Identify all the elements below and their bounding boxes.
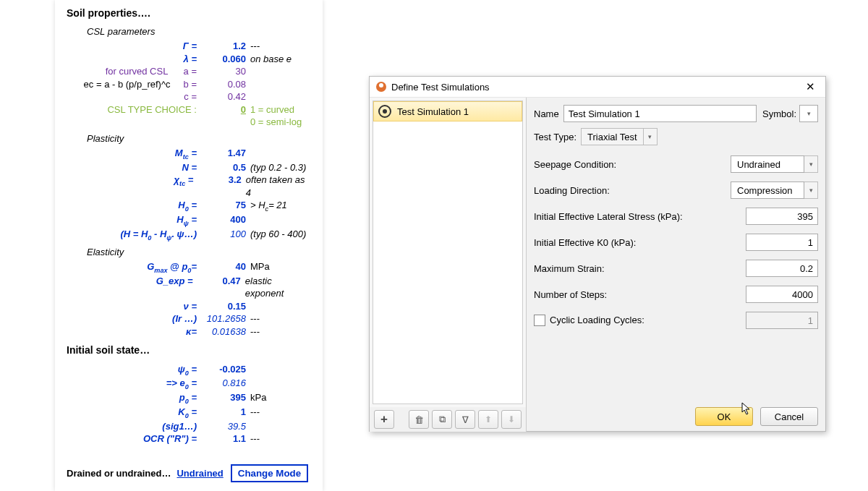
move-up-button[interactable]: ⬆: [478, 410, 498, 429]
filter-icon: ∇: [462, 414, 469, 425]
lambda-extra: on base e: [250, 53, 292, 66]
testtype-dropdown[interactable]: ▾: [644, 128, 658, 145]
psi0-label: ψ0 =: [67, 363, 201, 377]
hy-value: 400: [201, 213, 250, 226]
n-value: 0.5: [201, 161, 250, 174]
gamma-label: Γ =: [67, 40, 201, 53]
hy-label: Hψ =: [67, 213, 201, 228]
ir-extra: ---: [250, 312, 260, 325]
chevron-down-icon: ▾: [807, 110, 811, 117]
kappa-value: 0.01638: [201, 325, 250, 338]
name-input[interactable]: [563, 105, 757, 122]
maxstrain-input[interactable]: [746, 260, 818, 277]
k0-label: K0 =: [67, 406, 201, 420]
testtype-label: Test Type:: [534, 132, 576, 142]
dialog-titlebar[interactable]: Define Test Simulations ✕: [370, 77, 825, 98]
chevron-down-icon: ▾: [809, 161, 813, 168]
gexp-extra: elastic exponent: [245, 275, 311, 300]
a-label: a =: [184, 66, 197, 77]
section-state: Initial soil state…: [67, 344, 311, 356]
symbol-label: Symbol:: [762, 108, 796, 119]
gamma-value: 1.2: [201, 40, 250, 53]
cyclic-input: [746, 312, 818, 329]
drainage-value-link[interactable]: Undrained: [176, 468, 223, 479]
chi-label: χtc =: [67, 174, 197, 188]
c-value: 0.42: [201, 90, 250, 103]
name-label: Name: [534, 108, 559, 119]
gexp-value: 0.47: [197, 275, 245, 288]
kappa-extra: ---: [250, 325, 260, 338]
curved-note: for curved CSL: [106, 66, 168, 77]
chi-extra: often taken as 4: [246, 174, 311, 199]
ok-button[interactable]: OK: [695, 407, 753, 426]
a-value: 30: [201, 65, 250, 78]
loaddir-select[interactable]: Compression▾: [731, 182, 818, 199]
k0-extra: ---: [250, 406, 260, 419]
app-icon: [375, 81, 387, 93]
h0-extra: > Hc= 21: [250, 199, 287, 213]
simulation-form: Name Symbol: ▾ Test Type: Triaxial Test …: [527, 98, 825, 432]
cyclic-label: Cyclic Loading Cycles:: [534, 315, 746, 327]
section-plasticity: Plasticity: [87, 133, 311, 144]
h0-label: H0 =: [67, 199, 201, 213]
psi0-value: -0.025: [201, 363, 250, 376]
e0-value: 0.816: [201, 377, 250, 390]
simulation-list-panel: Test Simulation 1 + 🗑 ⧉ ∇ ⬆ ⬇: [370, 98, 527, 432]
sig1-value: 39.5: [201, 420, 250, 433]
list-item-label: Test Simulation 1: [397, 106, 469, 117]
cyclic-checkbox[interactable]: [534, 315, 545, 326]
mtc-value: 1.47: [201, 147, 250, 160]
chi-value: 3.2: [197, 174, 245, 187]
maxstrain-label: Maximum Strain:: [534, 263, 746, 274]
cancel-button[interactable]: Cancel: [760, 407, 818, 426]
section-csl: CSL parameters: [87, 26, 311, 37]
list-toolbar: + 🗑 ⧉ ∇ ⬆ ⬇: [370, 407, 526, 432]
h-note-label: (H = H0 - Hψ. ψ…): [67, 228, 201, 242]
filter-button[interactable]: ∇: [455, 410, 475, 429]
symbol-select[interactable]: ▾: [799, 105, 818, 122]
b-label: b =: [184, 79, 197, 90]
add-button[interactable]: +: [374, 410, 394, 429]
csl-type-label: CSL TYPE CHOICE :: [67, 103, 201, 116]
lateral-label: Initial Effective Lateral Stress (kPa):: [534, 211, 746, 222]
move-down-button[interactable]: ⬇: [501, 410, 522, 429]
ocr-extra: ---: [250, 432, 260, 445]
sig1-label: (sig1…): [67, 420, 201, 433]
k0-label: Initial Effective K0 (kPa):: [534, 237, 746, 248]
seepage-select[interactable]: Undrained▾: [731, 155, 818, 173]
steps-input[interactable]: [746, 286, 818, 303]
svg-point-1: [379, 83, 383, 87]
nu-label: ν =: [67, 300, 201, 313]
mtc-label: Mtc =: [67, 147, 201, 161]
radio-selected-icon[interactable]: [378, 105, 391, 118]
chevron-down-icon: ▾: [648, 133, 652, 140]
change-mode-button[interactable]: Change Mode: [231, 464, 308, 482]
lateral-input[interactable]: [746, 208, 818, 225]
k0-input[interactable]: [746, 234, 818, 251]
define-test-simulations-dialog: Define Test Simulations ✕ Test Simulatio…: [369, 76, 826, 432]
drainage-label: Drained or undrained…: [67, 468, 171, 479]
lambda-label: λ =: [67, 53, 201, 66]
ir-value: 101.2658: [201, 312, 250, 325]
ocr-value: 1.1: [201, 432, 250, 445]
p0-extra: kPa: [250, 391, 266, 404]
close-icon[interactable]: ✕: [801, 80, 820, 93]
h-note-value: 100: [201, 228, 250, 241]
e0-label: => e0 =: [67, 377, 201, 391]
list-item[interactable]: Test Simulation 1: [373, 101, 522, 121]
h-note-extra: (typ 60 - 400): [250, 228, 306, 241]
b-value: 0.08: [201, 78, 250, 91]
lambda-value: 0.060: [201, 53, 250, 66]
gmax-value: 40: [201, 260, 250, 273]
ir-label: (Ir …): [67, 312, 201, 325]
testtype-value: Triaxial Test: [581, 128, 644, 145]
h0-value: 75: [201, 199, 250, 212]
dialog-title: Define Test Simulations: [391, 82, 801, 93]
delete-button[interactable]: 🗑: [409, 410, 429, 429]
n-label: N =: [67, 161, 201, 174]
gexp-label: G_exp =: [67, 275, 197, 288]
simulation-list[interactable]: Test Simulation 1: [373, 101, 523, 404]
copy-button[interactable]: ⧉: [432, 410, 452, 429]
ec-note: ec = a - b (p/p_ref)^c: [84, 79, 171, 90]
copy-icon: ⧉: [439, 414, 446, 425]
